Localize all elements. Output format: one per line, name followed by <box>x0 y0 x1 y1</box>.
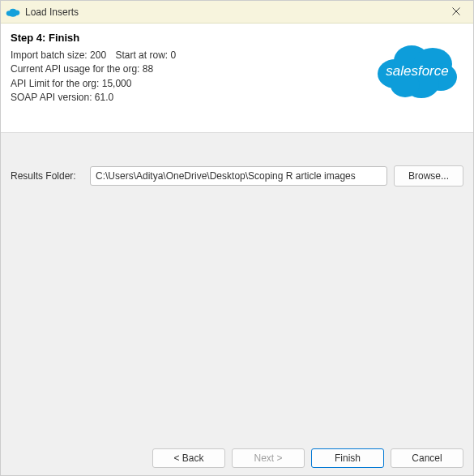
close-button[interactable] <box>444 2 468 22</box>
salesforce-cloud-icon <box>6 6 20 18</box>
next-button: Next > <box>232 448 305 468</box>
api-limit-value: 15,000 <box>102 78 132 89</box>
batch-size-value: 200 <box>90 49 106 61</box>
api-limit-label: API Limit for the org: <box>11 78 99 89</box>
api-usage-value: 88 <box>143 63 153 75</box>
results-folder-input-wrap <box>90 166 387 186</box>
batch-size-label: Import batch size: <box>11 49 88 61</box>
window-title: Load Inserts <box>25 6 444 18</box>
results-folder-label: Results Folder: <box>11 170 83 182</box>
soap-value: 61.0 <box>95 92 113 103</box>
titlebar: Load Inserts <box>1 1 473 24</box>
finish-button[interactable]: Finish <box>311 448 384 468</box>
results-folder-input[interactable] <box>90 166 387 186</box>
footer: < Back Next > Finish Cancel <box>1 441 473 475</box>
logo-text: salesforce <box>386 63 448 79</box>
svg-point-3 <box>9 11 18 16</box>
soap-label: SOAP API version: <box>11 92 92 103</box>
browse-button[interactable]: Browse... <box>394 165 463 187</box>
header-section: Step 4: Finish Import batch size: 200 St… <box>1 24 473 133</box>
body-section: Results Folder: Browse... <box>1 133 473 187</box>
salesforce-logo: salesforce <box>373 38 462 101</box>
start-row-label: Start at row: <box>115 49 168 62</box>
cancel-button[interactable]: Cancel <box>391 448 463 468</box>
results-folder-row: Results Folder: Browse... <box>11 165 463 187</box>
close-icon <box>452 6 460 18</box>
back-button[interactable]: < Back <box>152 448 225 468</box>
api-usage-label: Current API usage for the org: <box>11 63 139 75</box>
start-row-value: 0 <box>170 49 176 61</box>
